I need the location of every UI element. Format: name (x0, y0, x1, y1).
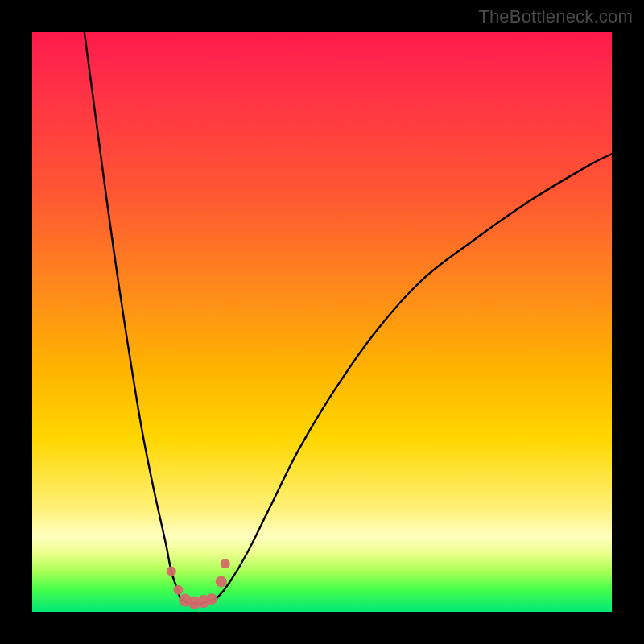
trough-marker (167, 567, 176, 576)
bottleneck-curve (85, 32, 612, 603)
watermark-text: TheBottleneck.com (478, 6, 633, 27)
curve-layer (32, 32, 612, 612)
curve-group (85, 32, 612, 603)
plot-area (32, 32, 612, 612)
trough-marker (206, 593, 217, 605)
trough-marker (221, 559, 230, 568)
chart-frame: TheBottleneck.com (0, 0, 644, 644)
trough-marker (216, 576, 227, 588)
trough-marker (173, 585, 183, 595)
